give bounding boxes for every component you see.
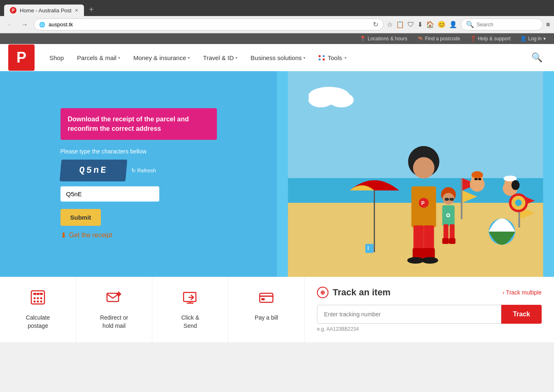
refresh-label: Refresh — [137, 167, 156, 174]
svg-rect-47 — [505, 176, 515, 180]
download-icon[interactable]: ⬇ — [417, 21, 423, 28]
browser-tabs: P Home - Australia Post × + — [4, 3, 550, 16]
home-icon[interactable]: 🏠 — [426, 21, 434, 28]
nav-search-icon[interactable]: 🔍 — [528, 44, 546, 71]
login-link[interactable]: 👤 Log in ▾ — [520, 36, 546, 42]
profile-icon[interactable]: 👤 — [449, 21, 457, 28]
active-tab[interactable]: P Home - Australia Post × — [4, 5, 84, 16]
svg-rect-42 — [475, 178, 478, 180]
main-nav: P Shop Parcels & mail ▾ Money & insuranc… — [0, 44, 554, 71]
shield-icon[interactable]: 🛡 — [407, 21, 414, 28]
refresh-button[interactable]: ↻ — [373, 21, 378, 28]
nav-money-label: Money & insurance — [133, 54, 186, 61]
logo[interactable]: P — [8, 44, 35, 71]
tools-dots-icon — [319, 55, 325, 60]
track-hint: e.g. AA123BB2234 — [317, 326, 542, 332]
quick-link-redirect[interactable]: Redirect orhold mail — [76, 277, 152, 342]
track-section: ⊕ Track an item › Track multiple Track e… — [305, 277, 554, 342]
help-label: Help & support — [478, 36, 510, 42]
captcha-input[interactable] — [61, 186, 159, 202]
nav-tools[interactable]: Tools ▾ — [312, 46, 353, 70]
user-icon: 👤 — [520, 36, 526, 42]
track-header: ⊕ Track an item › Track multiple — [317, 287, 542, 298]
svg-point-5 — [329, 93, 354, 107]
emoji-icon[interactable]: 😊 — [438, 21, 446, 28]
forward-button[interactable]: → — [19, 19, 30, 30]
form-header: Download the receipt of the parcel and r… — [61, 108, 217, 140]
svg-rect-6 — [461, 178, 463, 219]
tab-favicon: P — [10, 7, 16, 14]
form-header-text: Download the receipt of the parcel and r… — [68, 116, 189, 132]
postcode-label: Find a postcode — [425, 36, 460, 42]
travel-chevron-icon: ▾ — [235, 56, 237, 60]
submit-label: Submit — [70, 214, 91, 221]
login-chevron-icon: ▾ — [543, 36, 546, 42]
track-button-label: Track — [513, 311, 530, 318]
browser-search-bar[interactable]: 🔍 — [461, 19, 543, 30]
svg-point-50 — [515, 199, 522, 206]
nav-travel[interactable]: Travel & ID ▾ — [196, 46, 244, 70]
nav-shop[interactable]: Shop — [43, 46, 70, 70]
nav-money[interactable]: Money & insurance ▾ — [127, 46, 196, 70]
svg-rect-34 — [449, 238, 456, 244]
svg-point-14 — [413, 157, 435, 179]
quick-link-calculate[interactable]: Calculatepostage — [0, 277, 76, 342]
bottom-section: Calculatepostage Redirect orhold mail — [0, 277, 554, 342]
menu-icon[interactable]: ≡ — [546, 21, 550, 28]
locations-label: Locations & hours — [368, 36, 407, 42]
get-receipt-link[interactable]: ⬇ Get the receipt — [61, 231, 217, 240]
calculate-label: Calculatepostage — [8, 314, 68, 330]
location-pin-icon: 📍 — [360, 36, 366, 42]
hero-right: P ✿ — [277, 71, 554, 277]
quick-link-paybill[interactable]: Pay a bill — [228, 277, 304, 342]
svg-rect-33 — [442, 238, 449, 244]
browser-search-input[interactable] — [477, 21, 534, 28]
hero-left: Download the receipt of the parcel and r… — [0, 71, 277, 277]
help-link[interactable]: ❓ Help & support — [470, 36, 510, 42]
svg-rect-27 — [450, 198, 454, 201]
address-lock-icon: 🌐 — [39, 22, 45, 28]
address-bar[interactable]: 🌐 ↻ — [34, 19, 384, 30]
svg-point-63 — [37, 301, 39, 303]
postcode-link[interactable]: 🦘 Find a postcode — [417, 36, 460, 42]
svg-point-62 — [34, 301, 36, 303]
refresh-icon: ↻ — [131, 167, 136, 174]
calculator-icon — [8, 289, 68, 309]
address-input[interactable] — [49, 21, 370, 28]
form-card: Download the receipt of the parcel and r… — [48, 96, 229, 252]
svg-point-64 — [40, 301, 42, 303]
toolbar-icons: ☆ 📋 🛡 ⬇ 🏠 😊 👤 — [387, 21, 457, 28]
redirect-label: Redirect orhold mail — [84, 314, 144, 330]
close-tab-button[interactable]: × — [75, 7, 78, 14]
form-label: Please type the characters bellow — [61, 148, 217, 155]
captcha-refresh-button[interactable]: ↻ Refresh — [131, 167, 156, 174]
download-receipt-icon: ⬇ — [61, 231, 67, 240]
back-button[interactable]: ← — [4, 19, 16, 30]
track-button[interactable]: Track — [501, 305, 542, 324]
track-title: ⊕ Track an item — [317, 287, 391, 298]
nav-items: Shop Parcels & mail ▾ Money & insurance … — [43, 46, 528, 70]
track-multiple-label: Track multiple — [506, 289, 542, 296]
svg-rect-43 — [478, 178, 482, 180]
nav-parcels[interactable]: Parcels & mail ▾ — [70, 46, 127, 70]
track-multiple-link[interactable]: › Track multiple — [503, 289, 542, 296]
quick-link-clicksend[interactable]: Click &Send — [152, 277, 228, 342]
reader-icon[interactable]: 📋 — [396, 21, 404, 28]
nav-business[interactable]: Business solutions ▾ — [244, 46, 312, 70]
new-tab-button[interactable]: + — [86, 3, 97, 16]
beach-scene: P ✿ — [277, 71, 554, 277]
nav-parcels-label: Parcels & mail — [77, 54, 116, 61]
star-icon[interactable]: ☆ — [387, 21, 393, 28]
nav-business-label: Business solutions — [251, 54, 302, 61]
question-icon: ❓ — [470, 36, 476, 42]
pay-bill-icon — [237, 289, 296, 309]
submit-button[interactable]: Submit — [61, 209, 101, 226]
svg-point-59 — [34, 297, 36, 299]
parcels-chevron-icon: ▾ — [118, 56, 120, 60]
locations-link[interactable]: 📍 Locations & hours — [360, 36, 407, 42]
svg-rect-73 — [261, 298, 265, 300]
svg-rect-19 — [424, 225, 434, 250]
captcha-row: Q5nE ↻ Refresh — [61, 160, 217, 181]
tracking-number-input[interactable] — [317, 305, 501, 324]
browser-chrome: P Home - Australia Post × + — [0, 0, 554, 16]
